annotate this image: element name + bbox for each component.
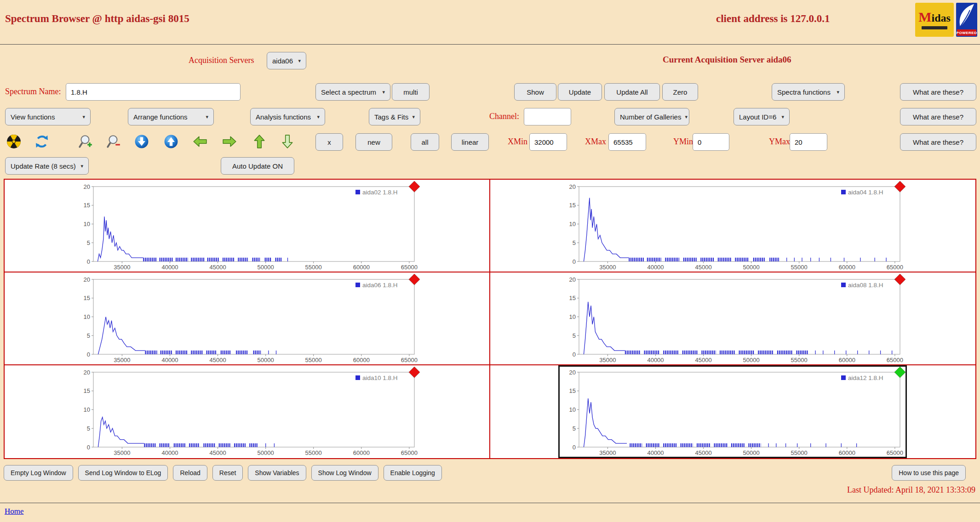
all-button[interactable]: all — [411, 133, 439, 151]
chevron-down-icon: ▾ — [781, 114, 784, 119]
svg-text:65000: 65000 — [887, 357, 903, 363]
footer-toolbar: Empty Log Window Send Log Window to ELog… — [4, 465, 976, 481]
what-are-these-button-3[interactable]: What are these? — [900, 133, 976, 151]
zero-button[interactable]: Zero — [662, 83, 698, 101]
layout-id-dropdown[interactable]: Layout ID=6 ▾ — [734, 108, 790, 125]
x-button[interactable]: x — [315, 133, 343, 151]
svg-text:15: 15 — [83, 202, 90, 209]
update-button[interactable]: Update — [558, 83, 602, 101]
svg-text:55000: 55000 — [791, 264, 808, 271]
auto-update-button[interactable]: Auto Update ON — [221, 157, 294, 175]
svg-text:35000: 35000 — [600, 357, 616, 363]
gallery-cell: 0510152035000400004500050000550006000065… — [490, 272, 976, 365]
svg-text:45000: 45000 — [695, 357, 712, 363]
select-spectrum-dropdown[interactable]: Select a spectrum ▾ — [315, 83, 390, 101]
empty-log-window-button[interactable]: Empty Log Window — [4, 465, 73, 481]
channel-input[interactable] — [524, 108, 571, 125]
how-to-use-button[interactable]: How to use this page — [892, 465, 966, 481]
svg-text:5: 5 — [573, 425, 576, 432]
svg-text:50000: 50000 — [257, 449, 274, 456]
view-functions-dropdown[interactable]: View functions ▾ — [5, 108, 91, 125]
acquisition-server-select[interactable]: aida06 ▾ — [267, 52, 306, 69]
svg-text:5: 5 — [573, 332, 576, 339]
svg-text:5: 5 — [87, 332, 90, 339]
new-button[interactable]: new — [355, 133, 392, 151]
svg-text:35000: 35000 — [114, 264, 130, 271]
linear-button[interactable]: linear — [451, 133, 489, 151]
svg-text:60000: 60000 — [353, 264, 369, 271]
gallery-cell: 0510152035000400004500050000550006000065… — [5, 272, 490, 365]
what-are-these-button-1[interactable]: What are these? — [900, 83, 976, 101]
svg-text:10: 10 — [569, 221, 576, 227]
number-of-galleries-dropdown[interactable]: Number of Galleries ▾ — [614, 108, 689, 125]
arrange-functions-dropdown[interactable]: Arrange functions ▾ — [128, 108, 214, 125]
svg-text:35000: 35000 — [600, 264, 616, 271]
ymax-label: YMax — [769, 137, 790, 147]
svg-text:0: 0 — [573, 258, 576, 265]
svg-text:40000: 40000 — [161, 357, 178, 363]
chevron-down-icon: ▾ — [317, 114, 320, 119]
show-variables-button[interactable]: Show Variables — [248, 465, 306, 481]
svg-text:aida04 1.8.H: aida04 1.8.H — [848, 189, 883, 196]
svg-text:5: 5 — [87, 239, 90, 246]
spectrum-name-input[interactable] — [66, 83, 241, 101]
arrow-up-icon[interactable] — [252, 134, 267, 149]
arrow-right-icon[interactable] — [222, 134, 237, 149]
spectrum-chart-aida10[interactable]: 0510152035000400004500050000550006000065… — [74, 367, 420, 457]
chevron-down-icon: ▾ — [382, 90, 385, 95]
topbar: Spectrum Browser @ http aidas-gsi 8015 c… — [0, 0, 980, 44]
spectrum-chart-aida02[interactable]: 0510152035000400004500050000550006000065… — [74, 181, 420, 271]
multi-button[interactable]: multi — [392, 83, 430, 101]
ymin-input[interactable] — [693, 133, 729, 151]
send-log-to-elog-button[interactable]: Send Log Window to ELog — [78, 465, 168, 481]
arrow-down-icon[interactable] — [280, 134, 295, 149]
svg-text:15: 15 — [569, 202, 576, 209]
what-are-these-button-2[interactable]: What are these? — [900, 108, 976, 125]
home-link[interactable]: Home — [5, 507, 24, 516]
legend-swatch — [841, 375, 846, 380]
show-button[interactable]: Show — [514, 83, 556, 101]
svg-text:35000: 35000 — [114, 449, 130, 456]
svg-text:55000: 55000 — [791, 449, 808, 456]
svg-text:55000: 55000 — [305, 357, 321, 363]
radiation-icon[interactable] — [6, 134, 21, 149]
zoom-out-icon[interactable] — [106, 134, 121, 149]
arrow-left-icon[interactable] — [193, 134, 207, 149]
scale-up-icon[interactable] — [164, 134, 178, 149]
reload-button[interactable]: Reload — [173, 465, 207, 481]
svg-text:10: 10 — [83, 406, 90, 413]
enable-logging-button[interactable]: Enable Logging — [384, 465, 442, 481]
svg-text:55000: 55000 — [305, 264, 321, 271]
gallery-cell: 0510152035000400004500050000550006000065… — [5, 180, 490, 272]
svg-text:60000: 60000 — [839, 264, 855, 271]
spectra-functions-dropdown[interactable]: Spectra functions ▾ — [772, 83, 845, 101]
client-address: client address is 127.0.0.1 — [716, 13, 830, 25]
chevron-down-icon: ▾ — [80, 164, 83, 169]
svg-text:aida06 1.8.H: aida06 1.8.H — [362, 282, 398, 289]
update-all-button[interactable]: Update All — [604, 83, 660, 101]
chevron-down-icon: ▾ — [82, 114, 85, 119]
svg-text:45000: 45000 — [695, 264, 712, 271]
analysis-functions-dropdown[interactable]: Analysis functions ▾ — [250, 108, 325, 125]
xmax-input[interactable] — [608, 133, 646, 151]
svg-text:20: 20 — [569, 276, 576, 283]
spectrum-chart-aida08[interactable]: 0510152035000400004500050000550006000065… — [560, 274, 905, 364]
svg-text:60000: 60000 — [839, 449, 855, 456]
svg-text:0: 0 — [87, 351, 90, 358]
xmin-input[interactable] — [529, 133, 567, 151]
spectrum-chart-aida12[interactable]: 0510152035000400004500050000550006000065… — [560, 367, 905, 457]
show-log-window-button[interactable]: Show Log Window — [311, 465, 378, 481]
scale-down-icon[interactable] — [134, 134, 149, 149]
spectrum-chart-aida04[interactable]: 0510152035000400004500050000550006000065… — [560, 181, 905, 271]
refresh-icon[interactable] — [34, 134, 49, 149]
tags-fits-dropdown[interactable]: Tags & Fits ▾ — [369, 108, 420, 125]
svg-text:45000: 45000 — [209, 449, 226, 456]
zoom-in-icon[interactable] — [78, 134, 93, 149]
svg-text:45000: 45000 — [209, 264, 226, 271]
spectrum-chart-aida06[interactable]: 0510152035000400004500050000550006000065… — [74, 274, 420, 364]
legend-swatch — [841, 283, 846, 287]
svg-text:65000: 65000 — [401, 449, 418, 456]
update-rate-dropdown[interactable]: Update Rate (8 secs) ▾ — [5, 157, 89, 175]
ymax-input[interactable] — [790, 133, 827, 151]
reset-button[interactable]: Reset — [212, 465, 243, 481]
